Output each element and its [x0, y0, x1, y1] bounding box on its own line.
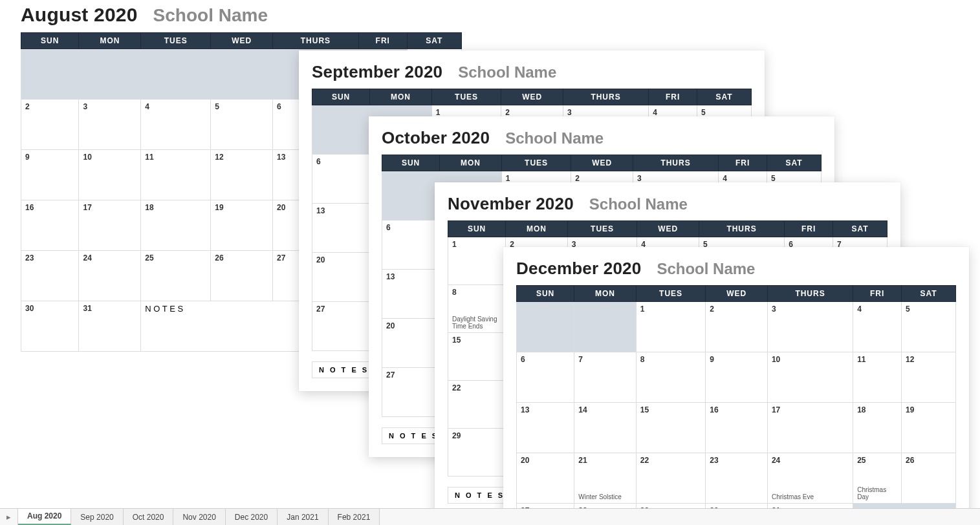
month-title: August 2020 — [21, 4, 138, 26]
day-cell[interactable]: 24Christmas Eve — [767, 453, 853, 504]
day-number: 6 — [316, 157, 365, 166]
day-cell[interactable]: 21Winter Solstice — [574, 453, 637, 504]
day-cell[interactable]: 16 — [21, 200, 79, 251]
day-cell[interactable]: 20 — [517, 453, 574, 504]
day-header: SUN — [312, 89, 370, 105]
day-cell[interactable]: 6 — [517, 352, 574, 403]
sheet-tab[interactable]: Aug 2020 — [18, 509, 71, 525]
sheet-tab[interactable]: Feb 2021 — [329, 509, 380, 525]
day-header: WED — [501, 89, 563, 105]
day-cell[interactable]: 23 — [706, 453, 768, 504]
day-cell[interactable]: 16 — [706, 403, 768, 453]
day-cell[interactable]: 8Daylight Saving Time Ends — [448, 285, 506, 333]
day-number: 18 — [857, 405, 897, 414]
school-name[interactable]: School Name — [458, 63, 556, 81]
day-cell[interactable]: 12 — [211, 150, 273, 200]
day-number: 14 — [578, 405, 632, 414]
day-cell[interactable]: 13 — [312, 204, 370, 253]
sheet-tab[interactable]: Sep 2020 — [71, 509, 123, 525]
school-name[interactable]: School Name — [153, 5, 268, 26]
day-cell[interactable]: 4 — [141, 100, 211, 150]
day-cell[interactable]: 15 — [448, 333, 506, 381]
day-cell[interactable]: 7 — [574, 352, 637, 403]
day-cell[interactable]: 23 — [21, 251, 79, 301]
sheet-tab[interactable]: Oct 2020 — [124, 509, 174, 525]
day-cell[interactable]: 19 — [902, 403, 956, 453]
day-cell[interactable]: 1 — [448, 237, 506, 285]
day-cell[interactable]: 2 — [706, 302, 768, 352]
day-cell[interactable]: 2 — [21, 100, 79, 150]
day-cell[interactable]: 27 — [382, 368, 440, 417]
day-cell[interactable]: 25Christmas Day — [853, 453, 902, 504]
day-cell[interactable] — [382, 171, 440, 220]
day-cell[interactable] — [211, 49, 273, 100]
day-cell[interactable] — [312, 105, 370, 155]
school-name[interactable]: School Name — [657, 260, 755, 278]
day-cell[interactable]: 18 — [853, 403, 902, 453]
day-cell[interactable]: 17 — [79, 200, 141, 251]
day-cell[interactable] — [141, 49, 211, 100]
day-number: 10 — [772, 355, 849, 364]
month-title: October 2020 — [382, 128, 490, 148]
day-cell[interactable]: 24 — [79, 251, 141, 301]
day-cell[interactable]: 18 — [141, 200, 211, 251]
day-cell[interactable]: 30 — [21, 301, 79, 352]
day-number: 1 — [436, 108, 497, 117]
day-cell[interactable]: 8 — [636, 352, 706, 403]
day-number: 5 — [215, 102, 268, 111]
day-cell[interactable]: 17 — [767, 403, 853, 453]
day-cell[interactable]: 10 — [79, 150, 141, 200]
day-cell[interactable]: 11 — [853, 352, 902, 403]
day-cell[interactable] — [517, 302, 574, 352]
day-cell[interactable]: 3 — [79, 100, 141, 150]
day-number: 2 — [25, 102, 74, 111]
day-cell[interactable]: 26 — [902, 453, 956, 504]
day-cell[interactable]: 19 — [211, 200, 273, 251]
day-cell[interactable]: 5 — [902, 302, 956, 352]
day-cell[interactable]: 6 — [312, 155, 370, 204]
day-cell[interactable]: 1 — [636, 302, 706, 352]
day-cell[interactable]: 22 — [448, 381, 506, 429]
day-cell[interactable]: 6 — [382, 220, 440, 270]
day-cell[interactable] — [21, 49, 79, 100]
day-header: FRI — [649, 89, 697, 105]
sheet-tab[interactable]: Nov 2020 — [173, 509, 225, 525]
day-number: 3 — [567, 108, 644, 117]
day-cell[interactable]: 25 — [141, 251, 211, 301]
day-cell[interactable]: 22 — [636, 453, 706, 504]
day-header: THURS — [699, 221, 784, 237]
day-header: SAT — [407, 33, 461, 49]
day-cell[interactable]: 20 — [312, 253, 370, 302]
day-header: SUN — [21, 33, 79, 49]
day-cell[interactable]: 13 — [382, 270, 440, 319]
school-name[interactable]: School Name — [505, 129, 604, 147]
day-cell[interactable]: 9 — [21, 150, 79, 200]
day-cell[interactable]: 29 — [448, 429, 506, 477]
day-cell[interactable]: 20 — [382, 319, 440, 368]
day-cell[interactable]: 14 — [574, 403, 637, 453]
day-header: FRI — [358, 33, 407, 49]
sheet-tab[interactable]: Dec 2020 — [226, 509, 278, 525]
day-cell[interactable]: 15 — [636, 403, 706, 453]
day-cell[interactable]: 4 — [853, 302, 902, 352]
day-cell[interactable]: 11 — [141, 150, 211, 200]
day-cell[interactable]: 5 — [211, 100, 273, 150]
day-cell[interactable]: 13 — [517, 403, 574, 453]
day-cell[interactable]: 26 — [211, 251, 273, 301]
day-cell[interactable] — [574, 302, 637, 352]
sheet-tab[interactable]: Jan 2021 — [278, 509, 328, 525]
day-number: 2 — [505, 108, 559, 117]
school-name[interactable]: School Name — [589, 195, 688, 213]
tab-scroll-icon[interactable]: ▸ — [0, 509, 18, 525]
day-cell[interactable]: 27 — [312, 302, 370, 351]
day-header: MON — [79, 33, 141, 49]
day-number: 6 — [521, 355, 570, 364]
day-cell[interactable]: 3 — [767, 302, 853, 352]
day-cell[interactable]: 10 — [767, 352, 853, 403]
day-number: 16 — [710, 405, 763, 414]
day-cell[interactable]: 12 — [902, 352, 956, 403]
day-cell[interactable] — [79, 49, 141, 100]
day-cell[interactable]: 9 — [706, 352, 768, 403]
day-cell[interactable]: 31 — [79, 301, 141, 352]
day-number: 2 — [710, 305, 763, 314]
